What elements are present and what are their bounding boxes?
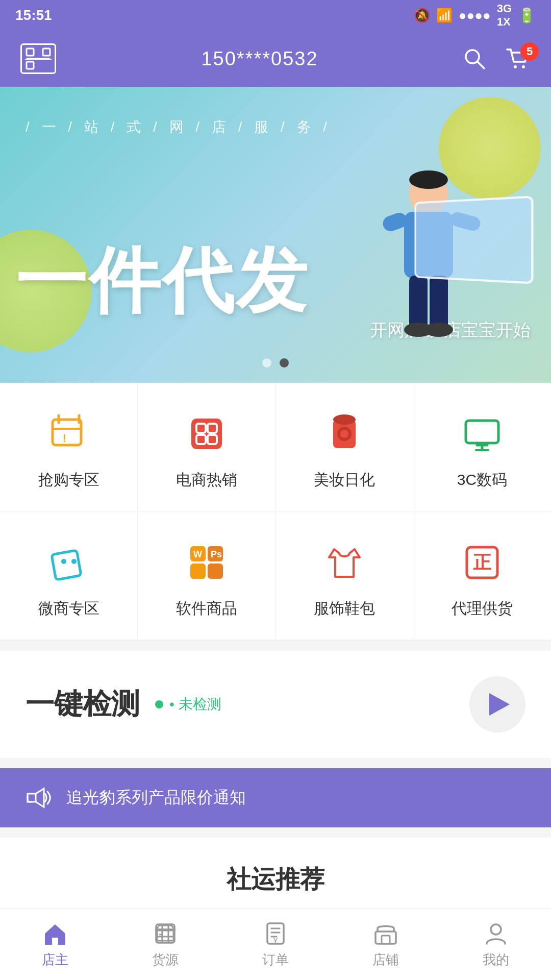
svg-rect-22 xyxy=(191,419,222,449)
wechat-label: 微商专区 xyxy=(38,598,99,619)
scan-button[interactable] xyxy=(20,43,56,74)
svg-rect-40 xyxy=(190,564,206,579)
svg-point-6 xyxy=(514,65,517,68)
status-indicator xyxy=(155,700,163,708)
detection-info: 一键检测 • 未检测 xyxy=(26,685,221,724)
wechat-icon xyxy=(43,537,94,588)
detection-title: 一键检测 xyxy=(26,685,140,724)
flash-sale-icon: ! xyxy=(43,408,94,459)
status-icons: 🔕 📶 ●●●● 3G1X 🔋 xyxy=(414,2,536,29)
svg-point-30 xyxy=(340,430,348,438)
svg-rect-17 xyxy=(53,420,81,445)
promo-section: 社运推荐 xyxy=(0,838,551,911)
category-digital[interactable]: 3C数码 xyxy=(413,383,551,511)
digital-label: 3C数码 xyxy=(457,470,507,491)
play-icon xyxy=(489,693,510,716)
banner-dots xyxy=(262,358,289,368)
svg-line-5 xyxy=(478,62,484,68)
svg-rect-53 xyxy=(375,932,396,944)
svg-text:Ps: Ps xyxy=(211,549,222,559)
svg-point-37 xyxy=(71,559,77,564)
promo-title: 社运推荐 xyxy=(26,863,525,896)
detection-section: 一键检测 • 未检测 xyxy=(0,651,551,758)
nav-mine-label: 我的 xyxy=(483,951,509,969)
agency-label: 代理供货 xyxy=(452,598,513,619)
svg-text:正: 正 xyxy=(473,552,492,573)
detection-status-text: • 未检测 xyxy=(169,695,221,714)
network-type: 3G1X xyxy=(497,2,512,29)
account-number: 150****0532 xyxy=(201,48,318,70)
status-time: 15:51 xyxy=(15,7,52,23)
wifi-icon: 📶 xyxy=(436,8,453,23)
category-software[interactable]: W Ps 软件商品 xyxy=(138,511,276,640)
fashion-label: 服饰鞋包 xyxy=(314,598,375,619)
ecommerce-label: 电商热销 xyxy=(176,470,237,491)
nav-order-label: 订单 xyxy=(262,951,289,969)
svg-rect-41 xyxy=(208,564,223,579)
nav-supply[interactable]: 货源 xyxy=(124,920,206,969)
header-actions: 5 xyxy=(463,47,531,70)
category-flash-sale[interactable]: ! 抢购专区 xyxy=(0,383,138,511)
signal-icon: ●●●● xyxy=(459,8,491,23)
svg-point-28 xyxy=(333,414,356,425)
svg-text:W: W xyxy=(193,549,202,559)
fashion-icon xyxy=(319,537,370,588)
svg-text:¥: ¥ xyxy=(273,937,278,945)
category-grid: ! 抢购专区 电商热销 美妆日化 xyxy=(0,383,551,641)
home-icon xyxy=(42,920,68,947)
order-icon: ¥ xyxy=(262,920,289,947)
category-wechat[interactable]: 微商专区 xyxy=(0,511,138,640)
banner-screen-prop xyxy=(414,195,533,284)
nav-order[interactable]: ¥ 订单 xyxy=(235,920,316,969)
svg-point-7 xyxy=(522,65,525,68)
digital-icon xyxy=(457,408,508,459)
svg-point-55 xyxy=(491,924,501,935)
detection-status: • 未检测 xyxy=(155,695,221,714)
nav-home[interactable]: 店主 xyxy=(14,920,96,969)
nav-shop[interactable]: 店铺 xyxy=(345,920,427,969)
svg-rect-1 xyxy=(43,48,50,56)
banner-main-text: 一件代发 xyxy=(15,245,309,316)
announcement-text: 追光豹系列产品限价通知 xyxy=(66,787,246,809)
detection-play-button[interactable] xyxy=(469,676,525,732)
cart-badge: 5 xyxy=(520,42,539,61)
mine-icon xyxy=(483,920,509,947)
announcement-banner[interactable]: 追光豹系列产品限价通知 xyxy=(0,768,551,827)
cart-button[interactable]: 5 xyxy=(506,47,531,70)
nav-mine[interactable]: 我的 xyxy=(455,920,537,969)
svg-text:!: ! xyxy=(63,432,66,445)
nav-home-label: 店主 xyxy=(42,951,68,969)
category-beauty[interactable]: 美妆日化 xyxy=(276,383,413,511)
dot-2[interactable] xyxy=(280,358,289,368)
supply-icon xyxy=(152,920,179,947)
bottom-navigation: 店主 货源 ¥ xyxy=(0,909,551,980)
ecommerce-icon xyxy=(181,408,232,459)
banner-subtitle: / 一 / 站 / 式 / 网 / 店 / 服 / 务 / xyxy=(26,117,331,137)
category-ecommerce[interactable]: 电商热销 xyxy=(138,383,276,511)
shop-icon xyxy=(372,920,399,947)
search-button[interactable] xyxy=(463,47,486,70)
category-agency[interactable]: 正 代理供货 xyxy=(413,511,551,640)
flash-sale-label: 抢购专区 xyxy=(38,470,99,491)
nav-shop-label: 店铺 xyxy=(372,951,399,969)
svg-rect-35 xyxy=(52,550,81,580)
category-fashion[interactable]: 服饰鞋包 xyxy=(276,511,413,640)
hero-banner: / 一 / 站 / 式 / 网 / 店 / 服 / 务 / 一件代发 开网店 从… xyxy=(0,87,551,383)
dot-1[interactable] xyxy=(262,358,271,368)
beauty-icon xyxy=(319,408,370,459)
agency-icon: 正 xyxy=(457,537,508,588)
software-label: 软件商品 xyxy=(176,598,237,619)
nav-supply-label: 货源 xyxy=(152,951,179,969)
svg-point-16 xyxy=(424,323,453,337)
app-header: 150****0532 5 xyxy=(0,31,551,87)
svg-rect-31 xyxy=(466,421,498,443)
svg-rect-2 xyxy=(27,62,34,69)
software-icon: W Ps xyxy=(181,537,232,588)
beauty-label: 美妆日化 xyxy=(314,470,375,491)
svg-point-36 xyxy=(61,559,66,564)
status-bar: 15:51 🔕 📶 ●●●● 3G1X 🔋 xyxy=(0,0,551,31)
announcement-icon xyxy=(26,787,51,809)
battery-icon: 🔋 xyxy=(518,7,536,24)
mute-icon: 🔕 xyxy=(414,8,430,23)
svg-rect-0 xyxy=(27,48,34,56)
